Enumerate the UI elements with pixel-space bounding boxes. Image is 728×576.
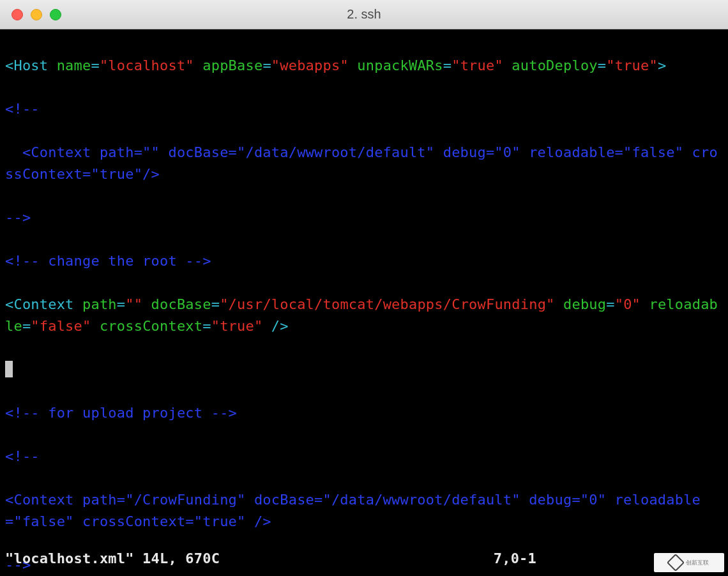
text-cursor — [5, 361, 13, 377]
code-line: <!-- for upload project --> — [5, 402, 723, 424]
watermark-logo-icon — [666, 554, 684, 572]
status-file: "localhost.xml" 14L, 670C — [5, 548, 220, 570]
window-titlebar: 2. ssh — [0, 0, 728, 29]
maximize-icon[interactable] — [50, 9, 61, 20]
terminal-content[interactable]: <Host name="localhost" appBase="webapps"… — [0, 29, 728, 576]
window-controls — [0, 9, 61, 20]
watermark: 创新互联 — [654, 553, 724, 572]
close-icon[interactable] — [11, 9, 23, 20]
cursor-line — [5, 359, 723, 381]
code-line: --> — [5, 207, 723, 229]
window-title: 2. ssh — [0, 7, 728, 22]
code-line: <!-- change the root --> — [5, 250, 723, 272]
code-line: <Context path="" docBase="/usr/local/tom… — [5, 294, 723, 337]
status-position: 7,0-1 — [494, 548, 536, 570]
code-line: <Context path="" docBase="/data/wwwroot/… — [5, 142, 723, 185]
watermark-text: 创新互联 — [686, 552, 709, 573]
vim-status-bar: "localhost.xml" 14L, 670C 7,0-1 — [0, 545, 728, 576]
code-line: <Host name="localhost" appBase="webapps"… — [5, 55, 723, 77]
code-line: <!-- — [5, 446, 723, 467]
code-line: <Context path="/CrowFunding" docBase="/d… — [5, 489, 723, 533]
code-line: <!-- — [5, 98, 723, 120]
minimize-icon[interactable] — [31, 9, 42, 20]
